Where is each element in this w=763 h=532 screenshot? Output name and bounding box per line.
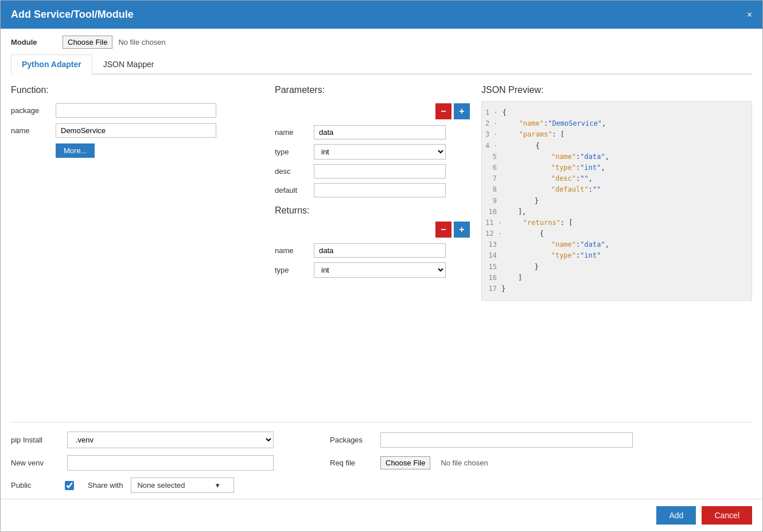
pip-install-row: pip Install .venv global conda Packages (11, 432, 752, 448)
module-row: Module Choose File No file chosen (11, 36, 752, 49)
module-choose-file-button[interactable]: Choose File (63, 36, 112, 49)
returns-controls: − + (275, 222, 470, 238)
name-row: name (11, 123, 263, 138)
dialog-body: Module Choose File No file chosen Python… (1, 29, 762, 499)
new-venv-label: New venv (11, 459, 57, 467)
function-title: Function: (11, 85, 263, 95)
tab-content: Function: package name More... Parameter… (11, 75, 752, 422)
returns-name-row: name (275, 243, 470, 258)
json-preview-section: JSON Preview: 1 ·{ 2 · "name": "DemoServ… (481, 85, 752, 411)
pip-install-label: pip Install (11, 436, 57, 444)
package-input[interactable] (56, 103, 216, 118)
returns-type-select[interactable]: int str float bool list dict (314, 262, 446, 278)
returns-add-button[interactable]: + (454, 222, 470, 238)
module-no-file-text: No file chosen (118, 38, 165, 46)
parameters-section: Parameters: − + name type int str float … (275, 85, 470, 411)
public-label: Public (11, 481, 57, 490)
new-venv-row: New venv Req file Choose File No file ch… (11, 455, 752, 471)
param-name-label: name (275, 128, 309, 137)
param-type-row: type int str float bool list dict (275, 144, 470, 160)
req-file-choose-button[interactable]: Choose File (380, 456, 430, 469)
more-button[interactable]: More... (56, 143, 95, 158)
param-default-input[interactable] (314, 183, 446, 197)
package-label: package (11, 106, 51, 115)
pip-install-select[interactable]: .venv global conda (67, 432, 274, 448)
chevron-down-icon: ▾ (216, 481, 220, 490)
function-section: Function: package name More... (11, 85, 263, 411)
cancel-button[interactable]: Cancel (702, 506, 752, 525)
req-file-no-file-text: No file chosen (441, 459, 488, 467)
param-desc-label: desc (275, 167, 309, 176)
share-with-value: None selected (137, 481, 185, 490)
json-preview-title: JSON Preview: (481, 85, 752, 95)
more-row: More... (11, 143, 263, 158)
param-desc-row: desc (275, 164, 470, 178)
share-with-dropdown[interactable]: None selected ▾ (131, 477, 234, 493)
tab-json-mapper[interactable]: JSON Mapper (92, 55, 165, 73)
packages-input[interactable] (380, 432, 633, 448)
returns-name-input[interactable] (314, 243, 446, 258)
parameters-controls: − + (275, 103, 470, 119)
dialog-footer: Add Cancel (1, 499, 762, 531)
parameters-title: Parameters: (275, 85, 470, 95)
bottom-section: pip Install .venv global conda Packages … (11, 422, 752, 499)
json-preview-box: 1 ·{ 2 · "name": "DemoService", 3 · "par… (481, 101, 752, 301)
param-type-select[interactable]: int str float bool list dict (314, 144, 446, 160)
tabs: Python Adapter JSON Mapper (11, 55, 752, 75)
parameters-remove-button[interactable]: − (435, 103, 451, 119)
tab-python-adapter[interactable]: Python Adapter (11, 55, 92, 75)
name-label: name (11, 126, 51, 135)
param-default-row: default (275, 183, 470, 197)
add-button[interactable]: Add (656, 506, 696, 525)
param-default-label: default (275, 186, 309, 195)
name-input[interactable] (56, 123, 216, 138)
returns-type-row: type int str float bool list dict (275, 262, 470, 278)
public-row: Public Share with None selected ▾ (11, 477, 752, 493)
add-service-dialog: Add Service/Tool/Module × Module Choose … (0, 0, 763, 532)
new-venv-input[interactable] (67, 455, 274, 471)
param-type-label: type (275, 147, 309, 156)
returns-name-label: name (275, 246, 309, 255)
close-button[interactable]: × (747, 10, 752, 20)
dialog-header: Add Service/Tool/Module × (1, 1, 762, 29)
parameters-add-button[interactable]: + (454, 103, 470, 119)
param-name-row: name (275, 125, 470, 139)
param-name-input[interactable] (314, 125, 446, 139)
module-label: Module (11, 38, 57, 46)
share-with-label: Share with (88, 481, 123, 490)
param-desc-input[interactable] (314, 164, 446, 178)
req-file-label: Req file (330, 459, 370, 467)
packages-label: Packages (330, 436, 370, 444)
public-checkbox[interactable] (65, 481, 74, 490)
dialog-title: Add Service/Tool/Module (11, 9, 134, 21)
returns-remove-button[interactable]: − (435, 222, 451, 238)
returns-title: Returns: (275, 205, 470, 216)
returns-type-label: type (275, 266, 309, 274)
package-row: package (11, 103, 263, 118)
